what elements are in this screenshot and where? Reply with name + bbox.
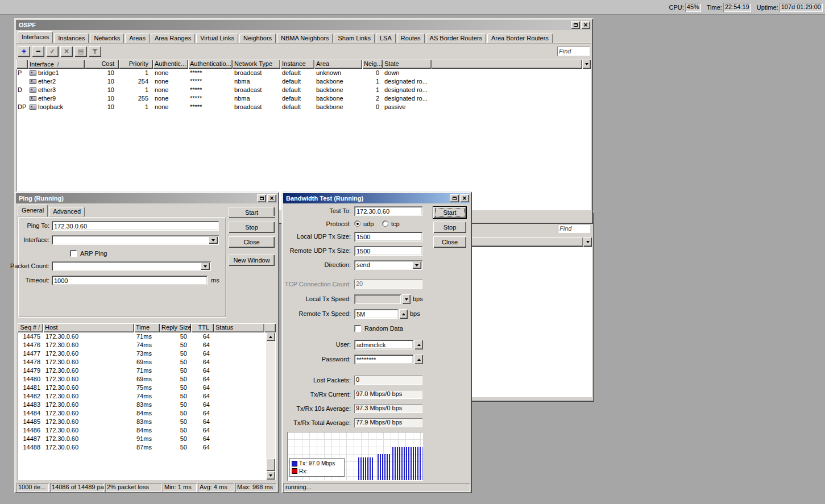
column-header-priority[interactable]: Priority bbox=[119, 60, 153, 69]
column-header-neig[interactable]: Neig... bbox=[362, 60, 383, 69]
ping-result-row[interactable]: 14480172.30.0.6069ms5064 bbox=[18, 375, 266, 384]
vertical-scrollbar[interactable] bbox=[266, 332, 275, 480]
filter-button[interactable] bbox=[89, 46, 101, 57]
comment-button[interactable]: ▤ bbox=[74, 46, 87, 57]
column-header-blank[interactable] bbox=[16, 60, 28, 69]
column-header-seq[interactable]: Seq #/ bbox=[18, 323, 43, 332]
find-input[interactable] bbox=[558, 224, 590, 233]
ospf-tab-routes[interactable]: Routes bbox=[397, 34, 425, 43]
stop-button[interactable]: Stop bbox=[433, 222, 466, 233]
close-button[interactable]: Close bbox=[229, 236, 275, 248]
column-header-network-type[interactable]: Network Type bbox=[233, 60, 280, 69]
ping-to-input[interactable] bbox=[52, 221, 219, 231]
remote-udp-tx-size-input[interactable] bbox=[354, 246, 422, 256]
ospf-interface-row[interactable]: Pbridge1101none*****broadcastdefaultunkn… bbox=[16, 69, 591, 77]
column-header-state[interactable]: State bbox=[383, 60, 432, 69]
dropdown-button[interactable] bbox=[201, 263, 210, 270]
titlebar[interactable]: Ping (Running) × bbox=[16, 193, 277, 203]
column-header-time[interactable]: Time bbox=[134, 323, 160, 332]
local-udp-tx-size-input[interactable] bbox=[354, 232, 422, 241]
password-up-button[interactable] bbox=[414, 355, 423, 364]
remove-button[interactable]: − bbox=[32, 46, 44, 57]
column-header-authentic[interactable]: Authentic... bbox=[153, 60, 188, 69]
column-header-reply-size[interactable]: Reply Size bbox=[160, 323, 191, 332]
protocol-udp-radio[interactable] bbox=[354, 220, 360, 227]
bandwidth-test-window[interactable]: Bandwidth Test (Running) × Test To: Prot… bbox=[281, 191, 472, 493]
column-header-interface[interactable]: Interface/ bbox=[28, 60, 85, 69]
disable-button[interactable]: ✕ bbox=[60, 46, 73, 57]
titlebar[interactable]: OSPF × bbox=[16, 20, 591, 30]
ping-result-row[interactable]: 14481172.30.0.6075ms5064 bbox=[18, 384, 266, 392]
column-header-authenticatio[interactable]: Authenticatio... bbox=[188, 60, 233, 69]
column-select-button[interactable] bbox=[583, 237, 592, 247]
start-button[interactable]: Start bbox=[229, 207, 275, 218]
column-header-area[interactable]: Area bbox=[314, 60, 362, 69]
random-data-checkbox[interactable] bbox=[354, 325, 361, 332]
ping-result-row[interactable]: 14476172.30.0.6074ms5064 bbox=[18, 341, 266, 349]
ospf-tab-area-ranges[interactable]: Area Ranges bbox=[151, 34, 195, 43]
local-tx-speed-dropdown-button[interactable] bbox=[402, 294, 411, 304]
test-to-input[interactable] bbox=[354, 206, 422, 216]
remote-tx-speed-input[interactable] bbox=[354, 309, 398, 319]
ping-result-row[interactable]: 14485172.30.0.6083ms5064 bbox=[18, 418, 266, 426]
close-button[interactable]: Close bbox=[433, 236, 466, 248]
ospf-tab-interfaces[interactable]: Interfaces bbox=[18, 31, 53, 43]
restore-button[interactable] bbox=[450, 194, 459, 202]
arp-ping-checkbox[interactable] bbox=[70, 250, 77, 257]
ospf-interface-row[interactable]: DPloopback101none*****broadcastdefaultba… bbox=[16, 103, 591, 111]
restore-button[interactable] bbox=[257, 194, 266, 202]
ping-result-row[interactable]: 14475172.30.0.6071ms5064 bbox=[18, 332, 266, 341]
column-header-cost[interactable]: Cost bbox=[85, 60, 119, 69]
start-button[interactable]: Start bbox=[433, 207, 466, 218]
column-header-ttl[interactable]: TTL bbox=[191, 323, 214, 332]
user-input[interactable] bbox=[354, 340, 413, 349]
close-button[interactable]: × bbox=[581, 21, 590, 29]
ospf-interface-row[interactable]: ether910255none*****nbmadefaultbackbone2… bbox=[16, 94, 591, 103]
restore-button[interactable] bbox=[571, 21, 580, 29]
ospf-interface-row[interactable]: Dether3101none*****broadcastdefaultbackb… bbox=[16, 86, 591, 94]
ping-result-row[interactable]: 14484172.30.0.6084ms5064 bbox=[18, 409, 266, 418]
ping-window[interactable]: Ping (Running) × GeneralAdvanced Ping To… bbox=[14, 191, 279, 493]
close-button[interactable]: × bbox=[267, 194, 276, 202]
ping-tab-advanced[interactable]: Advanced bbox=[49, 207, 85, 216]
ospf-tab-instances[interactable]: Instances bbox=[54, 34, 89, 43]
stop-button[interactable]: Stop bbox=[229, 222, 275, 233]
scroll-down-button[interactable] bbox=[266, 471, 275, 480]
ping-tab-general[interactable]: General bbox=[18, 205, 48, 216]
add-button[interactable]: + bbox=[18, 46, 30, 57]
ping-result-row[interactable]: 14479172.30.0.6071ms5064 bbox=[18, 366, 266, 375]
ping-result-row[interactable]: 14487172.30.0.6091ms5064 bbox=[18, 435, 266, 443]
ospf-tab-as-border-routers[interactable]: AS Border Routers bbox=[426, 34, 486, 43]
ospf-tab-areas[interactable]: Areas bbox=[125, 34, 150, 43]
column-header-host[interactable]: Host bbox=[43, 323, 134, 332]
ospf-tab-networks[interactable]: Networks bbox=[90, 34, 124, 43]
ospf-tab-neighbors[interactable]: Neighbors bbox=[239, 34, 276, 43]
password-input[interactable] bbox=[354, 355, 413, 364]
ping-result-row[interactable]: 14483172.30.0.6083ms5064 bbox=[18, 401, 266, 409]
interface-select[interactable] bbox=[52, 235, 219, 245]
close-button[interactable]: × bbox=[460, 194, 469, 202]
direction-select[interactable]: send bbox=[354, 260, 422, 270]
timeout-input[interactable] bbox=[52, 276, 208, 285]
ospf-tab-virtual-links[interactable]: Virtual Links bbox=[196, 34, 238, 43]
user-up-button[interactable] bbox=[414, 340, 423, 349]
column-header-status[interactable]: Status bbox=[214, 323, 264, 332]
protocol-tcp-radio[interactable] bbox=[382, 220, 388, 227]
packet-count-select[interactable] bbox=[52, 261, 211, 271]
ping-result-row[interactable]: 14486172.30.0.6084ms5064 bbox=[18, 426, 266, 435]
dropdown-button[interactable] bbox=[209, 236, 218, 244]
ospf-tab-sham-links[interactable]: Sham Links bbox=[334, 34, 374, 43]
scroll-up-button[interactable] bbox=[266, 332, 275, 341]
ospf-tab-nbma-neighbors[interactable]: NBMA Neighbors bbox=[277, 34, 333, 43]
enable-button[interactable]: ✓ bbox=[46, 46, 59, 57]
ospf-interface-row[interactable]: ether210254none*****nbmadefaultbackbone1… bbox=[16, 77, 591, 86]
ping-result-row[interactable]: 14478172.30.0.6069ms5064 bbox=[18, 358, 266, 366]
local-tx-speed-select[interactable] bbox=[354, 294, 401, 304]
ping-result-row[interactable]: 14482172.30.0.6074ms5064 bbox=[18, 392, 266, 401]
scrollbar-thumb[interactable] bbox=[266, 459, 275, 471]
find-input[interactable] bbox=[557, 47, 590, 56]
ospf-tab-area-border-routers[interactable]: Area Border Routers bbox=[487, 34, 553, 43]
ping-result-row[interactable]: 14488172.30.0.6087ms5064 bbox=[18, 443, 266, 452]
ping-result-row[interactable]: 14477172.30.0.6073ms5064 bbox=[18, 349, 266, 358]
remote-tx-speed-up-button[interactable] bbox=[399, 309, 408, 319]
